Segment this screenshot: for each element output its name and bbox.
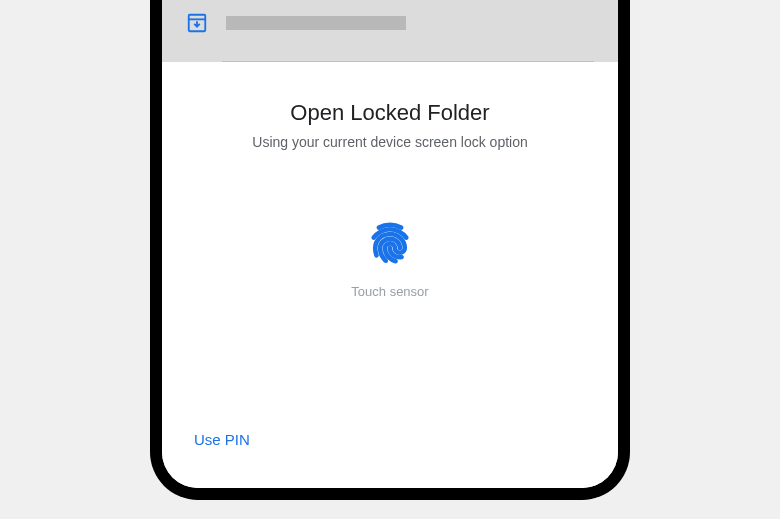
background-panel (162, 0, 618, 62)
touch-sensor-label: Touch sensor (351, 284, 428, 299)
archive-row (186, 12, 594, 34)
fingerprint-container: Touch sensor (351, 220, 428, 299)
auth-sheet: Open Locked Folder Using your current de… (162, 62, 618, 488)
fingerprint-icon[interactable] (367, 220, 413, 266)
sheet-title: Open Locked Folder (290, 100, 489, 126)
placeholder-text (226, 16, 406, 30)
archive-icon (186, 12, 208, 34)
phone-frame: Open Locked Folder Using your current de… (150, 0, 630, 500)
phone-screen: Open Locked Folder Using your current de… (162, 0, 618, 488)
use-pin-button[interactable]: Use PIN (194, 431, 250, 448)
sheet-subtitle: Using your current device screen lock op… (252, 134, 527, 150)
